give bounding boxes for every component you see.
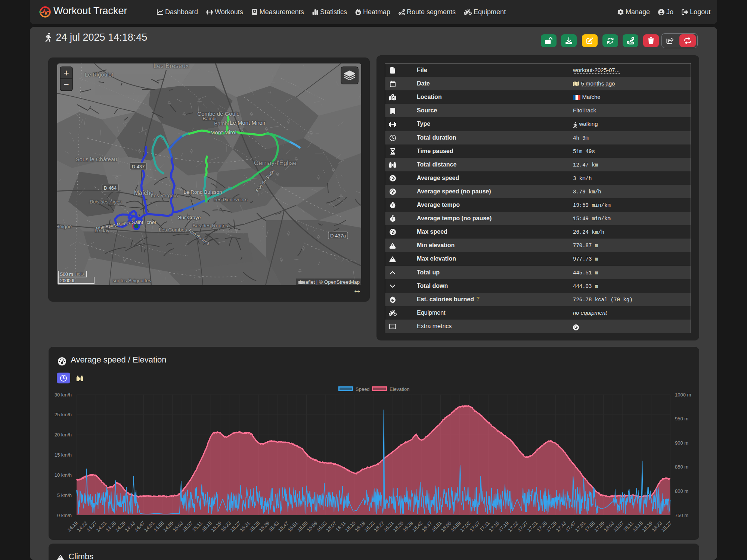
svg-text:Les Vergers: Les Vergers <box>151 193 178 198</box>
svg-text:Bas des Routes: Bas des Routes <box>192 223 228 228</box>
svg-text:Le Rigoulot: Le Rigoulot <box>85 71 114 78</box>
svg-text:Seigne: Seigne <box>57 224 72 229</box>
svg-text:D 437a: D 437a <box>330 233 346 239</box>
svg-text:Sous le Château: Sous le Château <box>76 156 117 162</box>
svg-text:Leaflet | © OpenStreetMap: Leaflet | © OpenStreetMap <box>300 279 360 285</box>
svg-text:Les Breseux: Les Breseux <box>154 63 189 69</box>
svg-text:nets: nets <box>75 271 84 277</box>
svg-text:Le Rond Buisson: Le Rond Buisson <box>184 189 222 195</box>
svg-text:Saint: Saint <box>132 220 143 225</box>
svg-text:Mont Miroi: Mont Miroi <box>210 129 236 136</box>
svg-text:500 m: 500 m <box>60 272 73 277</box>
svg-text:Les Genevriers: Les Genevriers <box>213 197 248 202</box>
svg-text:chel: chel <box>147 220 156 225</box>
svg-text:Bambi: Bambi <box>214 121 229 127</box>
svg-text:Cernay-l'Église: Cernay-l'Église <box>254 159 297 167</box>
svg-text:−: − <box>63 79 69 89</box>
svg-text:Les Combes: Les Combes <box>159 227 187 233</box>
svg-text:D 464: D 464 <box>104 185 117 191</box>
svg-text:2000 ft: 2000 ft <box>60 278 75 283</box>
svg-text:Bois des Aiges: Bois des Aiges <box>90 199 122 205</box>
svg-text:sur les Seignottes: sur les Seignottes <box>112 278 151 283</box>
svg-text:Le Mont Miroir: Le Mont Miroir <box>230 119 266 126</box>
svg-text:D 437: D 437 <box>132 164 145 169</box>
svg-text:Le Jay: Le Jay <box>94 228 109 233</box>
svg-text:+: + <box>63 68 69 78</box>
svg-text:Sur Craye: Sur Craye <box>178 215 201 220</box>
